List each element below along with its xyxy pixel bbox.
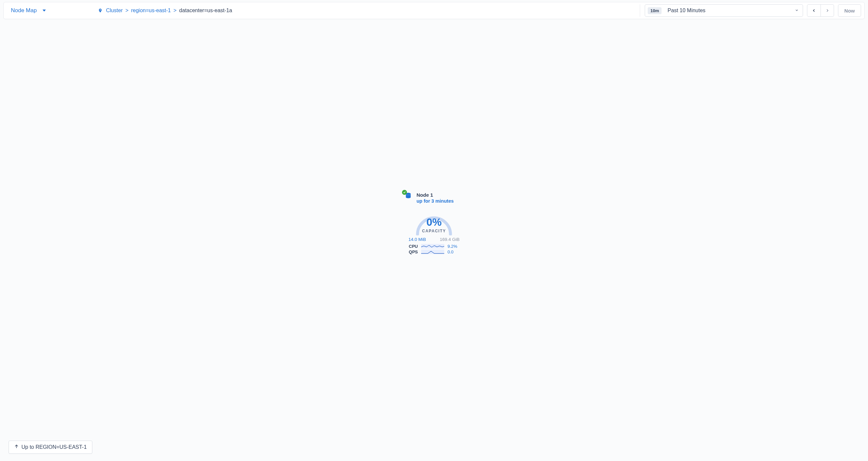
database-icon: [405, 195, 412, 201]
metric-value: 0.0: [447, 250, 461, 254]
divider: [640, 4, 640, 17]
pin-icon: [98, 8, 102, 13]
breadcrumb-sep: >: [173, 8, 177, 13]
arrow-up-icon: [14, 444, 19, 450]
capacity-caption: CAPACITY: [412, 229, 456, 233]
breadcrumb: Cluster > region=us-east-1 > datacenter=…: [52, 2, 639, 19]
chevron-down-icon: [795, 8, 799, 13]
up-level-label: Up to REGION=US-EAST-1: [22, 444, 87, 450]
sparkline-cpu: [421, 244, 444, 249]
topbar-right: 10m Past 10 Minutes Now: [645, 2, 864, 19]
metric-qps-row: QPS 0.0: [407, 250, 461, 254]
breadcrumb-region[interactable]: region=us-east-1: [131, 8, 171, 13]
metric-value: 9.2%: [447, 244, 461, 249]
now-button[interactable]: Now: [838, 4, 861, 17]
node-icon: [405, 192, 413, 201]
node-map-canvas[interactable]: Node 1 up for 3 minutes 0% CAPACITY 14.0…: [0, 21, 868, 461]
time-range-selector[interactable]: 10m Past 10 Minutes: [645, 4, 803, 17]
node-card[interactable]: Node 1 up for 3 minutes 0% CAPACITY 14.0…: [407, 192, 461, 255]
node-header: Node 1 up for 3 minutes: [405, 192, 461, 204]
capacity-used: 14.0 MiB: [409, 237, 426, 242]
time-nav-pair: [807, 4, 834, 17]
status-healthy-icon: [402, 190, 407, 195]
up-level-button[interactable]: Up to REGION=US-EAST-1: [8, 440, 92, 454]
time-range-chip: 10m: [648, 7, 661, 14]
node-uptime: up for 3 minutes: [416, 198, 454, 204]
breadcrumb-datacenter: datacenter=us-east-1a: [179, 8, 232, 13]
caret-down-icon: [42, 9, 46, 11]
view-selector-label: Node Map: [11, 7, 37, 14]
prev-button[interactable]: [807, 5, 820, 17]
metric-cpu-row: CPU 9.2%: [407, 244, 461, 249]
time-range-label: Past 10 Minutes: [668, 8, 795, 13]
sparkline-qps: [421, 250, 444, 254]
view-selector[interactable]: Node Map: [4, 2, 52, 19]
capacity-row: 14.0 MiB 169.4 GiB: [409, 237, 460, 242]
next-button[interactable]: [820, 5, 834, 17]
node-title: Node 1: [416, 192, 454, 198]
breadcrumb-sep: >: [125, 8, 129, 13]
breadcrumb-root[interactable]: Cluster: [106, 8, 123, 13]
capacity-percent: 0%: [412, 216, 456, 228]
capacity-total: 169.4 GiB: [440, 237, 459, 242]
metric-label: QPS: [407, 250, 418, 254]
now-button-label: Now: [844, 8, 855, 13]
capacity-gauge: 0% CAPACITY: [412, 206, 456, 236]
top-bar: Node Map Cluster > region=us-east-1 > da…: [3, 2, 865, 19]
metric-label: CPU: [407, 244, 418, 249]
